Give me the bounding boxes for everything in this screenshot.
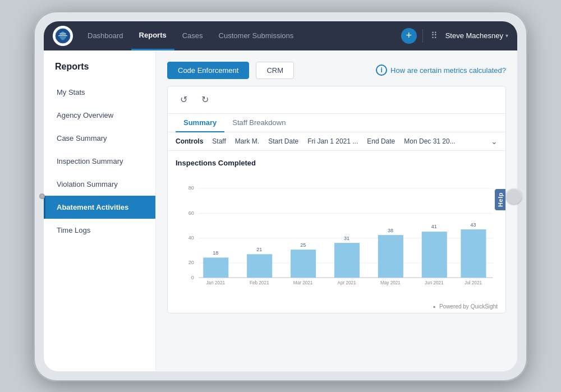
svg-text:40: 40 <box>188 235 194 241</box>
card-tab-staff-breakdown[interactable]: Staff Breakdown <box>224 114 293 132</box>
controls-staff-value: Mark M. <box>235 137 259 145</box>
svg-text:Jul 2021: Jul 2021 <box>465 280 482 285</box>
svg-text:38: 38 <box>388 227 393 233</box>
sidebar-item-agency-overview[interactable]: Agency Overview <box>44 104 155 127</box>
navbar: Dashboard Reports Cases Customer Submiss… <box>44 21 517 50</box>
metrics-help-text: How are certain metrics calculated? <box>390 66 506 75</box>
bar-feb <box>247 254 272 278</box>
svg-text:Mar 2021: Mar 2021 <box>293 280 313 285</box>
sidebar-item-abatement-activities[interactable]: Abatement Activities <box>44 196 155 219</box>
svg-text:43: 43 <box>471 222 476 228</box>
card-toolbar: ↺ ↻ <box>168 86 505 114</box>
help-tab[interactable]: Help <box>495 189 506 210</box>
sidebar-item-violation-summary[interactable]: Violation Summary <box>44 173 155 196</box>
card-tabs: Summary Staff Breakdown <box>168 114 505 132</box>
nav-user-name: Steve Machesney <box>445 31 503 40</box>
controls-expand-icon[interactable]: ⌄ <box>491 137 498 146</box>
tab-code-enforcement[interactable]: Code Enforcement <box>167 62 249 79</box>
metrics-help-link[interactable]: i How are certain metrics calculated? <box>376 64 506 76</box>
svg-text:0: 0 <box>191 274 194 280</box>
controls-staff-label: Staff <box>212 137 226 145</box>
nav-item-customer-submissions[interactable]: Customer Submissions <box>211 21 302 50</box>
svg-text:20: 20 <box>188 260 194 265</box>
sidebar-item-inspection-summary[interactable]: Inspection Summary <box>44 150 155 173</box>
sidebar-item-my-stats[interactable]: My Stats <box>44 81 155 104</box>
bar-may <box>378 235 403 278</box>
controls-start-date-label: Start Date <box>268 137 298 145</box>
quicksight-text: Powered by QuickSight <box>439 303 498 310</box>
svg-text:80: 80 <box>188 185 194 191</box>
svg-text:21: 21 <box>256 247 262 252</box>
controls-start-date-value: Fri Jan 1 2021 ... <box>307 137 358 145</box>
controls-end-date-value: Mon Dec 31 20... <box>404 137 455 145</box>
nav-logo <box>53 26 73 46</box>
controls-label: Controls <box>176 137 203 145</box>
tab-crm[interactable]: CRM <box>256 62 294 79</box>
nav-divider <box>422 29 423 43</box>
nav-item-reports[interactable]: Reports <box>131 21 174 50</box>
content-area: Code Enforcement CRM i How are certain m… <box>156 50 517 371</box>
sidebar-item-time-logs[interactable]: Time Logs <box>44 219 155 242</box>
chart-wrap: 80 60 40 20 0 18 <box>176 173 498 296</box>
nav-items: Dashboard Reports Cases Customer Submiss… <box>80 21 401 50</box>
content-header: Code Enforcement CRM i How are certain m… <box>167 62 506 79</box>
bar-jul <box>461 229 486 278</box>
nav-item-cases[interactable]: Cases <box>174 21 211 50</box>
bar-apr <box>334 243 360 278</box>
chart-title: Inspections Completed <box>176 159 498 167</box>
controls-end-date-label: End Date <box>367 137 395 145</box>
svg-text:41: 41 <box>431 224 437 229</box>
quicksight-badge: ▪ Powered by QuickSight <box>168 301 505 313</box>
sidebar-title: Reports <box>44 62 155 81</box>
svg-text:60: 60 <box>188 210 194 215</box>
card-tab-summary[interactable]: Summary <box>176 114 224 132</box>
add-button[interactable]: + <box>401 28 417 44</box>
chart-container: Inspections Completed 80 <box>168 151 505 301</box>
nav-item-dashboard[interactable]: Dashboard <box>80 21 131 50</box>
svg-text:Feb 2021: Feb 2021 <box>250 280 269 285</box>
bar-jun <box>422 232 447 278</box>
nav-right: + ⠿ Steve Machesney ▾ <box>401 28 508 44</box>
undo-button[interactable]: ↺ <box>176 92 191 108</box>
redo-button[interactable]: ↻ <box>197 92 213 108</box>
nav-user-caret-icon: ▾ <box>505 33 508 39</box>
svg-text:Apr 2021: Apr 2021 <box>337 280 356 285</box>
bar-mar <box>291 250 316 278</box>
sidebar: Reports My Stats Agency Overview Case Su… <box>44 50 156 371</box>
bar-jan <box>203 257 228 278</box>
info-icon: i <box>376 64 387 76</box>
svg-text:31: 31 <box>344 235 350 241</box>
svg-text:Jan 2021: Jan 2021 <box>206 280 225 285</box>
apps-icon[interactable]: ⠿ <box>429 28 440 43</box>
svg-text:25: 25 <box>300 242 306 248</box>
sidebar-item-case-summary[interactable]: Case Summary <box>44 127 155 150</box>
report-card: ↺ ↻ Summary Staff Breakdown Controls Sta… <box>167 86 506 313</box>
card-controls: Controls Staff Mark M. Start Date Fri Ja… <box>168 132 505 151</box>
svg-text:May 2021: May 2021 <box>380 280 401 285</box>
main-content: Reports My Stats Agency Overview Case Su… <box>44 50 517 371</box>
svg-text:Jun 2021: Jun 2021 <box>425 280 444 285</box>
nav-user[interactable]: Steve Machesney ▾ <box>445 31 508 40</box>
svg-text:18: 18 <box>213 250 218 256</box>
